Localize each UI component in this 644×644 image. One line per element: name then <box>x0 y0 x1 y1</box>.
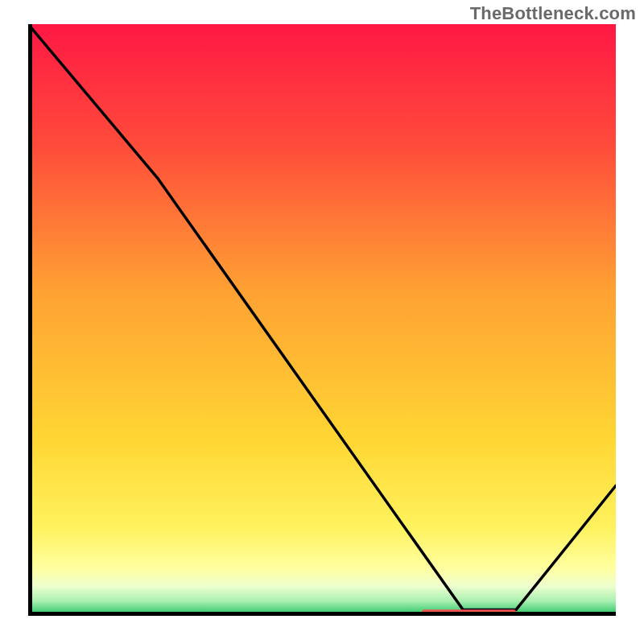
optimal-range-marker <box>422 609 516 616</box>
watermark-label: TheBottleneck.com <box>470 3 636 24</box>
chart-container: TheBottleneck.com <box>0 0 644 644</box>
plot-area <box>28 24 616 616</box>
chart-svg <box>28 24 616 616</box>
gradient-background <box>28 24 616 616</box>
